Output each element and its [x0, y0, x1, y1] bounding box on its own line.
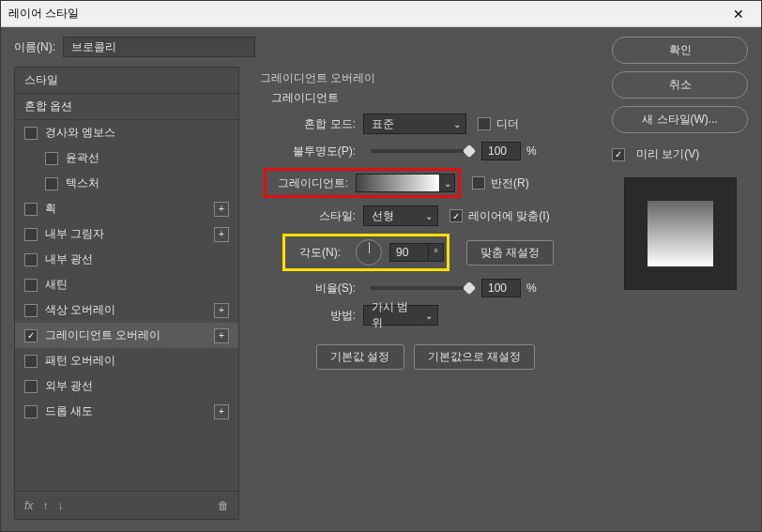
align-checkbox[interactable] — [450, 209, 463, 222]
method-label: 방법: — [279, 308, 363, 324]
sub-section-title: 그레이디언트 — [271, 90, 591, 106]
sidebar-item-label: 획 — [45, 201, 56, 217]
dither-label: 디더 — [496, 116, 519, 132]
sidebar-item-9[interactable]: 패턴 오버레이 — [15, 348, 238, 373]
arrow-up-icon[interactable]: ↑ — [42, 499, 48, 512]
sidebar-item-label: 드롭 새도 — [45, 403, 93, 419]
preview-checkbox[interactable] — [612, 148, 625, 161]
gradient-swatch[interactable] — [356, 174, 440, 192]
scale-unit: % — [526, 281, 537, 295]
style-select[interactable]: 선형 — [363, 205, 438, 226]
angle-input[interactable] — [389, 243, 429, 262]
add-effect-button[interactable]: + — [214, 303, 229, 318]
sidebar-item-label: 내부 그림자 — [45, 226, 104, 242]
opacity-input[interactable] — [481, 142, 521, 160]
styles-footer: fx ↑ ↓ 🗑 — [15, 491, 238, 519]
sidebar-item-8[interactable]: 그레이디언트 오버레이+ — [15, 323, 238, 348]
angle-dial[interactable] — [356, 239, 382, 266]
sidebar-item-4[interactable]: 내부 그림자+ — [15, 221, 238, 247]
name-label: 이름(N): — [14, 39, 55, 55]
sidebar-header-styles[interactable]: 스타일 — [15, 68, 238, 94]
gradient-dropdown-icon[interactable]: ⌄ — [440, 174, 455, 192]
sidebar-item-label: 경사와 엠보스 — [45, 125, 115, 141]
sidebar-item-10[interactable]: 외부 광선 — [15, 373, 238, 399]
styles-panel: 스타일혼합 옵션경사와 엠보스윤곽선텍스처획+내부 그림자+내부 광선새틴색상 … — [14, 67, 239, 520]
preview-box — [624, 177, 737, 290]
sidebar-item-label: 윤곽선 — [66, 150, 99, 166]
sidebar-checkbox-2[interactable] — [45, 177, 58, 190]
sidebar-item-1[interactable]: 윤곽선 — [15, 145, 238, 171]
sidebar-item-label: 패턴 오버레이 — [45, 353, 115, 369]
scale-input[interactable] — [481, 279, 521, 297]
style-label: 스타일: — [279, 208, 363, 224]
sidebar-header-blend[interactable]: 혼합 옵션 — [15, 94, 238, 120]
cancel-button[interactable]: 취소 — [612, 71, 748, 99]
fx-icon[interactable]: fx — [24, 499, 33, 512]
scale-slider[interactable] — [371, 286, 474, 290]
sidebar-checkbox-8[interactable] — [24, 329, 38, 342]
add-effect-button[interactable]: + — [214, 227, 229, 242]
sidebar-checkbox-4[interactable] — [24, 228, 38, 241]
sidebar-item-7[interactable]: 색상 오버레이+ — [15, 297, 238, 323]
sidebar-item-5[interactable]: 내부 광선 — [15, 247, 238, 272]
opacity-label: 불투명도(P): — [279, 144, 363, 160]
trash-icon[interactable]: 🗑 — [218, 499, 229, 512]
preview-swatch — [648, 201, 713, 266]
opacity-slider[interactable] — [371, 149, 474, 153]
sidebar-item-label: 그레이디언트 오버레이 — [45, 327, 160, 343]
right-panel: 확인 취소 새 스타일(W)... 미리 보기(V) — [612, 67, 748, 520]
add-effect-button[interactable]: + — [214, 328, 229, 343]
close-button[interactable]: ✕ — [724, 1, 754, 27]
sidebar-checkbox-7[interactable] — [24, 304, 38, 317]
sidebar-item-label: 외부 광선 — [45, 378, 93, 394]
sidebar-checkbox-11[interactable] — [24, 405, 38, 418]
options-panel: 그레이디언트 오버레이 그레이디언트 혼합 모드: 표준 디더 불투명도(P):… — [251, 67, 601, 520]
gradient-label: 그레이디언트: — [269, 175, 356, 191]
blend-mode-select[interactable]: 표준 — [363, 114, 466, 134]
titlebar: 레이어 스타일 ✕ — [1, 1, 761, 27]
section-title: 그레이디언트 오버레이 — [260, 70, 591, 86]
sidebar-item-0[interactable]: 경사와 엠보스 — [15, 120, 238, 145]
new-style-button[interactable]: 새 스타일(W)... — [612, 106, 748, 133]
blend-mode-label: 혼합 모드: — [279, 116, 363, 132]
sidebar-checkbox-1[interactable] — [45, 152, 58, 165]
opacity-unit: % — [526, 144, 537, 158]
reverse-checkbox[interactable] — [472, 176, 485, 190]
method-select[interactable]: 가시 범위 — [363, 305, 438, 326]
angle-label: 각도(N): — [288, 245, 348, 261]
dither-checkbox[interactable] — [478, 117, 491, 130]
gradient-highlight: 그레이디언트: ⌄ — [264, 168, 461, 198]
name-input[interactable] — [63, 37, 255, 57]
sidebar-checkbox-6[interactable] — [24, 279, 38, 292]
sidebar-item-6[interactable]: 새틴 — [15, 272, 238, 297]
sidebar-item-label: 텍스처 — [66, 175, 99, 191]
reverse-label: 반전(R) — [491, 175, 529, 191]
preview-label: 미리 보기(V) — [636, 146, 699, 162]
arrow-down-icon[interactable]: ↓ — [57, 499, 63, 512]
sidebar-item-11[interactable]: 드롭 새도+ — [15, 399, 238, 424]
angle-unit: ° — [429, 243, 444, 262]
add-effect-button[interactable]: + — [214, 202, 229, 217]
sidebar-checkbox-0[interactable] — [24, 127, 38, 140]
sidebar-item-2[interactable]: 텍스처 — [15, 171, 238, 196]
sidebar-item-3[interactable]: 획+ — [15, 196, 238, 221]
sidebar-item-label: 색상 오버레이 — [45, 302, 115, 318]
sidebar-checkbox-9[interactable] — [24, 355, 38, 368]
add-effect-button[interactable]: + — [214, 404, 229, 419]
scale-label: 비율(S): — [279, 281, 363, 296]
sidebar-checkbox-3[interactable] — [24, 203, 38, 216]
sidebar-item-label: 내부 광선 — [45, 251, 93, 267]
sidebar-item-label: 새틴 — [45, 277, 68, 293]
default-reset-button[interactable]: 기본값으로 재설정 — [414, 344, 535, 370]
angle-highlight: 각도(N): ° — [282, 234, 450, 271]
default-set-button[interactable]: 기본값 설정 — [316, 344, 404, 370]
sidebar-checkbox-5[interactable] — [24, 253, 38, 266]
reset-align-button[interactable]: 맞춤 재설정 — [466, 240, 554, 266]
ok-button[interactable]: 확인 — [612, 37, 748, 64]
align-label: 레이어에 맞춤(I) — [468, 208, 550, 224]
sidebar-checkbox-10[interactable] — [24, 380, 38, 393]
window-title: 레이어 스타일 — [8, 6, 724, 22]
